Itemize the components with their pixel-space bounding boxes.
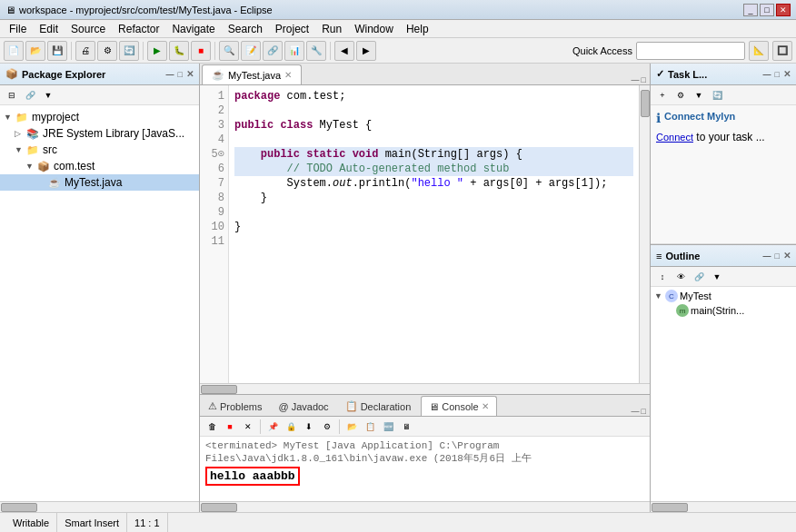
- menu-source[interactable]: Source: [65, 21, 111, 37]
- outline-hthumb[interactable]: [652, 503, 688, 512]
- window-controls[interactable]: _ □ ✕: [743, 4, 791, 16]
- menu-file[interactable]: File: [4, 21, 32, 37]
- scroll-lock-button[interactable]: 🔒: [283, 419, 299, 435]
- outline-close[interactable]: ✕: [783, 251, 791, 261]
- toolbar-btn-8[interactable]: 🔧: [306, 41, 326, 61]
- mylyn-connect-link[interactable]: Connect: [656, 132, 693, 143]
- editor-vthumb[interactable]: [641, 90, 650, 117]
- bottom-hthumb[interactable]: [201, 503, 237, 512]
- menu-search[interactable]: Search: [223, 21, 268, 37]
- tab-declaration[interactable]: 📋 Declaration: [337, 396, 420, 416]
- tree-item-jre[interactable]: ▷ 📚 JRE System Library [JavaS...: [0, 125, 199, 142]
- position-label: 11 : 1: [134, 517, 160, 528]
- perspective-btn-2[interactable]: 🔲: [772, 41, 792, 61]
- editor-minimize[interactable]: —: [632, 75, 640, 84]
- task-view-button[interactable]: ▼: [691, 87, 707, 103]
- menu-refactor[interactable]: Refactor: [113, 21, 164, 37]
- quick-access-label: Quick Access: [572, 45, 632, 56]
- menu-window[interactable]: Window: [349, 21, 399, 37]
- save-button[interactable]: 💾: [47, 41, 67, 61]
- menu-bar: File Edit Source Refactor Navigate Searc…: [0, 20, 796, 38]
- perspective-btn-1[interactable]: 📐: [749, 41, 769, 61]
- outline-minimize[interactable]: —: [763, 251, 771, 261]
- package-explorer-maximize[interactable]: □: [178, 70, 183, 79]
- menu-edit[interactable]: Edit: [34, 21, 64, 37]
- outline-menu-button[interactable]: ▼: [709, 269, 725, 285]
- clear-console-button[interactable]: 🗑: [204, 419, 220, 435]
- outline-item-main[interactable]: m main(Strin...: [652, 303, 794, 318]
- menu-project[interactable]: Project: [270, 21, 314, 37]
- pin-console-button[interactable]: 📌: [264, 419, 281, 435]
- collapse-all-button[interactable]: ⊟: [4, 87, 20, 103]
- task-sync-button[interactable]: 🔄: [709, 87, 725, 103]
- editor-tab-close[interactable]: ✕: [284, 70, 292, 80]
- package-explorer-hscroll[interactable]: [0, 501, 199, 512]
- editor-hthumb[interactable]: [201, 385, 237, 394]
- view-menu-button[interactable]: ▼: [40, 87, 56, 103]
- open-button[interactable]: 📂: [25, 41, 45, 61]
- forward-button[interactable]: ▶: [356, 41, 376, 61]
- open-file-button[interactable]: 📂: [343, 419, 360, 435]
- menu-run[interactable]: Run: [316, 21, 347, 37]
- package-explorer-close[interactable]: ✕: [186, 69, 194, 79]
- tab-problems[interactable]: ⚠ Problems: [200, 396, 270, 416]
- task-list-close[interactable]: ✕: [783, 69, 791, 79]
- scroll-end-button[interactable]: ⬇: [301, 419, 317, 435]
- outline-sort-button[interactable]: ↕: [654, 269, 671, 285]
- stop-button[interactable]: ■: [191, 41, 211, 61]
- bottom-hscroll[interactable]: [200, 501, 650, 512]
- toolbar-btn-2[interactable]: ⚙: [97, 41, 117, 61]
- toolbar-btn-5[interactable]: 📝: [241, 41, 261, 61]
- outline-sync-button[interactable]: 🔗: [691, 269, 707, 285]
- menu-navigate[interactable]: Navigate: [166, 21, 220, 37]
- menu-help[interactable]: Help: [401, 21, 434, 37]
- package-explorer-hthumb[interactable]: [1, 503, 37, 512]
- tree-item-com-test[interactable]: ▼ 📦 com.test: [0, 158, 199, 174]
- copy-output-button[interactable]: 📋: [362, 419, 378, 435]
- stop-process-button[interactable]: ■: [222, 419, 238, 435]
- new-console-button[interactable]: 🆕: [380, 419, 396, 435]
- tab-javadoc[interactable]: @ Javadoc: [270, 396, 336, 416]
- print-button[interactable]: 🖨: [75, 41, 95, 61]
- toolbar-btn-3[interactable]: 🔄: [119, 41, 139, 61]
- toolbar-btn-4[interactable]: 🔍: [219, 41, 239, 61]
- console-tab-close[interactable]: ✕: [482, 401, 489, 411]
- show-console-button[interactable]: 🖥: [398, 419, 414, 435]
- toolbar-btn-7[interactable]: 📊: [284, 41, 304, 61]
- run-button[interactable]: ▶: [147, 41, 167, 61]
- task-add-button[interactable]: +: [654, 87, 671, 103]
- editor-vscroll[interactable]: [639, 85, 650, 383]
- outline-maximize[interactable]: □: [775, 251, 780, 261]
- debug-button[interactable]: 🐛: [169, 41, 189, 61]
- toolbar-btn-6[interactable]: 🔗: [263, 41, 283, 61]
- task-filter-button[interactable]: ⚙: [672, 87, 689, 103]
- tree-item-mytest[interactable]: ☕ MyTest.java: [0, 174, 199, 191]
- code-editor[interactable]: package com.test; public class MyTest { …: [229, 85, 639, 383]
- task-list-minimize[interactable]: —: [763, 70, 771, 79]
- tree-item-myproject[interactable]: ▼ 📁 myproject: [0, 109, 199, 125]
- editor-tab-mytest[interactable]: ☕ MyTest.java ✕: [202, 64, 302, 84]
- outline-hscroll[interactable]: [651, 501, 796, 512]
- bottom-maximize[interactable]: □: [642, 407, 646, 416]
- console-settings-button[interactable]: ⚙: [319, 419, 335, 435]
- minimize-button[interactable]: _: [743, 4, 758, 16]
- outline-item-mytest[interactable]: ▼ C MyTest: [652, 289, 794, 303]
- link-editor-button[interactable]: 🔗: [22, 87, 38, 103]
- quick-access-input[interactable]: [636, 42, 745, 60]
- editor-maximize[interactable]: □: [642, 75, 646, 84]
- new-button[interactable]: 📄: [4, 41, 24, 61]
- back-button[interactable]: ◀: [334, 41, 354, 61]
- tab-console[interactable]: 🖥 Console ✕: [421, 396, 496, 416]
- bottom-minimize[interactable]: —: [632, 407, 640, 416]
- close-button[interactable]: ✕: [776, 4, 791, 16]
- task-list-maximize[interactable]: □: [775, 70, 780, 79]
- package-explorer-minimize[interactable]: —: [166, 70, 174, 79]
- remove-terminated-button[interactable]: ✕: [240, 419, 256, 435]
- toolbar-sep-3: [214, 42, 215, 60]
- toolbar-sep-1: [71, 42, 72, 60]
- outline-hide-button[interactable]: 👁: [672, 269, 689, 285]
- maximize-button[interactable]: □: [760, 4, 774, 16]
- tree-item-src[interactable]: ▼ 📁 src: [0, 142, 199, 158]
- editor-hscroll[interactable]: [200, 383, 650, 394]
- task-list-panel: ✓ Task L... — □ ✕ + ⚙ ▼ 🔄 ℹ Connect Myly…: [651, 64, 796, 245]
